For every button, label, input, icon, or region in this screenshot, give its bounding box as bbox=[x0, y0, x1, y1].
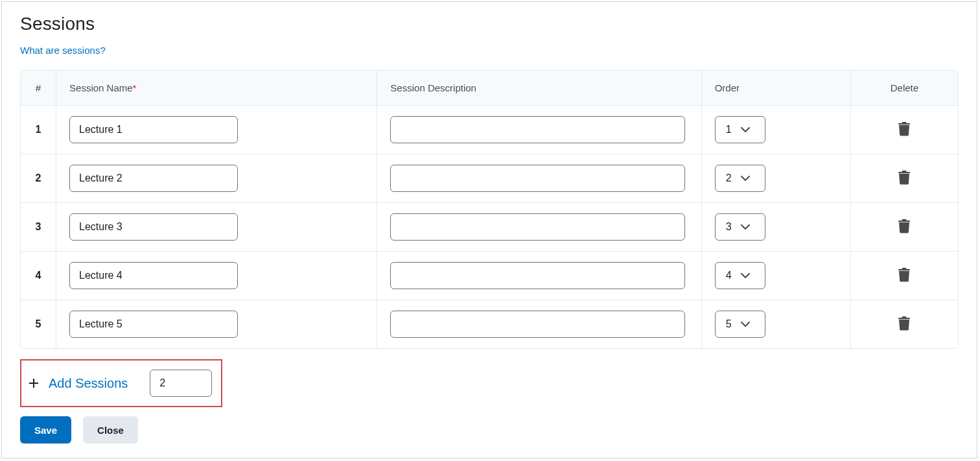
session-name-input[interactable] bbox=[69, 116, 238, 143]
delete-cell bbox=[851, 252, 958, 300]
session-name-cell bbox=[56, 252, 377, 300]
svg-rect-8 bbox=[898, 318, 910, 319]
trash-icon bbox=[898, 171, 911, 187]
delete-cell bbox=[851, 106, 958, 154]
session-name-cell bbox=[56, 300, 377, 348]
svg-rect-6 bbox=[898, 269, 910, 270]
session-description-input[interactable] bbox=[390, 116, 685, 143]
column-header-number: # bbox=[21, 71, 56, 106]
button-row: Save Close bbox=[20, 416, 959, 443]
save-button[interactable]: Save bbox=[20, 416, 71, 443]
column-header-session-description: Session Description bbox=[377, 71, 701, 106]
add-sessions-link[interactable]: Add Sessions bbox=[49, 376, 128, 391]
page-title: Sessions bbox=[20, 14, 959, 34]
session-description-input[interactable] bbox=[390, 311, 685, 338]
sessions-panel: Sessions What are sessions? # Session Na… bbox=[1, 1, 977, 458]
svg-rect-0 bbox=[898, 123, 910, 124]
session-name-input[interactable] bbox=[69, 262, 238, 289]
order-value: 5 bbox=[726, 318, 732, 330]
delete-cell bbox=[851, 203, 958, 252]
row-number: 4 bbox=[21, 252, 56, 300]
table-row: 33 bbox=[21, 203, 958, 252]
row-number: 5 bbox=[21, 300, 56, 348]
session-name-input[interactable] bbox=[69, 311, 238, 338]
table-row: 22 bbox=[21, 154, 958, 203]
what-are-sessions-link[interactable]: What are sessions? bbox=[20, 45, 106, 56]
order-value: 1 bbox=[726, 124, 732, 136]
order-cell: 1 bbox=[702, 106, 851, 154]
order-cell: 2 bbox=[702, 154, 851, 203]
session-name-input[interactable] bbox=[69, 213, 238, 241]
delete-button[interactable] bbox=[895, 217, 913, 238]
row-number: 3 bbox=[21, 203, 56, 252]
svg-rect-9 bbox=[902, 316, 907, 318]
session-description-input[interactable] bbox=[390, 165, 685, 192]
order-cell: 5 bbox=[702, 300, 851, 348]
order-cell: 3 bbox=[702, 203, 851, 252]
order-select[interactable]: 1 bbox=[715, 116, 765, 143]
session-name-cell bbox=[56, 203, 377, 252]
session-name-input[interactable] bbox=[69, 165, 238, 192]
order-value: 4 bbox=[726, 270, 732, 281]
order-value: 3 bbox=[726, 221, 732, 233]
delete-button[interactable] bbox=[895, 168, 913, 189]
session-description-cell bbox=[377, 154, 701, 203]
session-description-input[interactable] bbox=[390, 262, 685, 289]
svg-rect-3 bbox=[902, 171, 907, 172]
add-sessions-count-input[interactable] bbox=[150, 370, 212, 397]
chevron-down-icon bbox=[741, 124, 750, 136]
session-description-cell bbox=[377, 300, 701, 348]
chevron-down-icon bbox=[741, 221, 750, 233]
add-sessions-region: Add Sessions bbox=[20, 359, 222, 407]
delete-cell bbox=[851, 300, 958, 348]
delete-button[interactable] bbox=[895, 119, 913, 141]
session-description-cell bbox=[377, 106, 701, 154]
required-mark: * bbox=[133, 82, 137, 93]
column-header-session-name: Session Name* bbox=[56, 71, 377, 106]
delete-button[interactable] bbox=[895, 265, 913, 287]
session-description-cell bbox=[377, 252, 701, 300]
session-description-cell bbox=[377, 203, 701, 252]
svg-rect-4 bbox=[898, 220, 910, 222]
svg-rect-2 bbox=[898, 172, 910, 173]
sessions-table: # Session Name* Session Description Orde… bbox=[20, 70, 959, 349]
chevron-down-icon bbox=[741, 318, 750, 330]
column-header-session-name-text: Session Name bbox=[69, 82, 133, 93]
column-header-delete: Delete bbox=[851, 71, 958, 106]
order-select[interactable]: 4 bbox=[715, 262, 765, 289]
delete-cell bbox=[851, 154, 958, 203]
row-number: 1 bbox=[21, 106, 56, 154]
row-number: 2 bbox=[21, 154, 56, 203]
trash-icon bbox=[898, 219, 911, 235]
close-button[interactable]: Close bbox=[83, 416, 138, 443]
trash-icon bbox=[898, 268, 911, 284]
order-value: 2 bbox=[726, 172, 732, 184]
trash-icon bbox=[898, 316, 911, 333]
column-header-order: Order bbox=[702, 71, 851, 106]
trash-icon bbox=[898, 122, 911, 138]
table-row: 55 bbox=[21, 300, 958, 348]
order-select[interactable]: 5 bbox=[715, 311, 765, 338]
session-name-cell bbox=[56, 154, 377, 203]
table-row: 44 bbox=[21, 252, 958, 300]
svg-rect-5 bbox=[902, 219, 907, 220]
svg-rect-7 bbox=[902, 268, 907, 269]
order-cell: 4 bbox=[702, 252, 851, 300]
order-select[interactable]: 3 bbox=[715, 213, 765, 241]
session-name-cell bbox=[56, 106, 377, 154]
svg-rect-1 bbox=[902, 122, 907, 123]
chevron-down-icon bbox=[741, 172, 750, 184]
chevron-down-icon bbox=[741, 270, 750, 281]
order-select[interactable]: 2 bbox=[715, 165, 765, 192]
plus-icon bbox=[29, 379, 38, 388]
session-description-input[interactable] bbox=[390, 213, 685, 241]
delete-button[interactable] bbox=[895, 314, 913, 335]
table-row: 11 bbox=[21, 106, 958, 154]
